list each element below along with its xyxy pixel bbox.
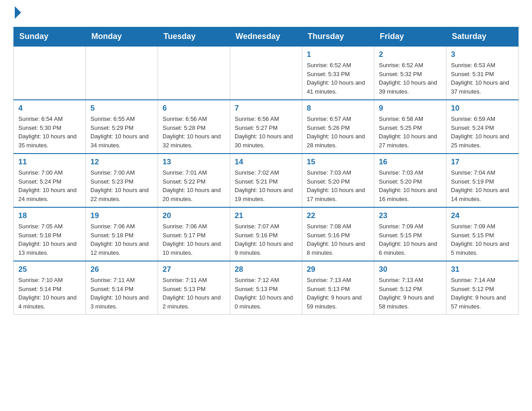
calendar-cell: 20Sunrise: 7:06 AM Sunset: 5:17 PM Dayli… (158, 207, 230, 261)
day-number: 4 (18, 104, 81, 113)
weekday-header-thursday: Thursday (302, 27, 374, 47)
calendar-cell: 17Sunrise: 7:04 AM Sunset: 5:19 PM Dayli… (446, 154, 519, 207)
calendar-week-row: 4Sunrise: 6:54 AM Sunset: 5:30 PM Daylig… (14, 100, 519, 154)
day-info: Sunrise: 7:03 AM Sunset: 5:20 PM Dayligh… (307, 168, 369, 203)
logo-arrow-icon (15, 6, 21, 19)
calendar-cell: 9Sunrise: 6:58 AM Sunset: 5:25 PM Daylig… (374, 100, 446, 154)
calendar-cell: 6Sunrise: 6:56 AM Sunset: 5:28 PM Daylig… (158, 100, 230, 154)
calendar-cell: 25Sunrise: 7:10 AM Sunset: 5:14 PM Dayli… (14, 261, 86, 315)
calendar-cell: 29Sunrise: 7:13 AM Sunset: 5:13 PM Dayli… (302, 261, 374, 315)
calendar-cell: 2Sunrise: 6:52 AM Sunset: 5:32 PM Daylig… (374, 46, 446, 100)
day-number: 9 (379, 104, 442, 113)
calendar-cell: 23Sunrise: 7:09 AM Sunset: 5:15 PM Dayli… (374, 207, 446, 261)
day-number: 2 (379, 50, 442, 59)
day-number: 19 (90, 211, 153, 220)
day-number: 28 (235, 265, 297, 274)
calendar-cell (230, 46, 302, 100)
day-number: 1 (307, 50, 369, 59)
day-number: 13 (163, 158, 225, 167)
day-number: 20 (163, 211, 225, 220)
day-info: Sunrise: 7:05 AM Sunset: 5:18 PM Dayligh… (18, 222, 81, 257)
day-info: Sunrise: 7:13 AM Sunset: 5:12 PM Dayligh… (379, 276, 442, 311)
day-number: 12 (90, 158, 153, 167)
calendar-table: SundayMondayTuesdayWednesdayThursdayFrid… (13, 27, 519, 315)
calendar-header: SundayMondayTuesdayWednesdayThursdayFrid… (14, 27, 519, 47)
day-number: 14 (235, 158, 297, 167)
calendar-cell: 18Sunrise: 7:05 AM Sunset: 5:18 PM Dayli… (14, 207, 86, 261)
day-info: Sunrise: 7:12 AM Sunset: 5:13 PM Dayligh… (235, 276, 297, 311)
day-info: Sunrise: 7:09 AM Sunset: 5:15 PM Dayligh… (379, 222, 442, 257)
day-info: Sunrise: 7:10 AM Sunset: 5:14 PM Dayligh… (18, 276, 81, 311)
day-number: 18 (18, 211, 81, 220)
calendar-cell: 10Sunrise: 6:59 AM Sunset: 5:24 PM Dayli… (446, 100, 519, 154)
weekday-header-saturday: Saturday (446, 27, 519, 47)
day-number: 3 (451, 50, 514, 59)
calendar-week-row: 11Sunrise: 7:00 AM Sunset: 5:24 PM Dayli… (14, 154, 519, 207)
calendar-week-row: 18Sunrise: 7:05 AM Sunset: 5:18 PM Dayli… (14, 207, 519, 261)
logo (13, 9, 21, 19)
day-number: 22 (307, 211, 369, 220)
calendar-week-row: 25Sunrise: 7:10 AM Sunset: 5:14 PM Dayli… (14, 261, 519, 315)
calendar-cell: 5Sunrise: 6:55 AM Sunset: 5:29 PM Daylig… (86, 100, 158, 154)
day-info: Sunrise: 6:57 AM Sunset: 5:26 PM Dayligh… (307, 115, 369, 150)
weekday-header-tuesday: Tuesday (158, 27, 230, 47)
calendar-cell (86, 46, 158, 100)
calendar-cell: 24Sunrise: 7:09 AM Sunset: 5:15 PM Dayli… (446, 207, 519, 261)
calendar-cell: 26Sunrise: 7:11 AM Sunset: 5:14 PM Dayli… (86, 261, 158, 315)
day-number: 30 (379, 265, 442, 274)
weekday-header-wednesday: Wednesday (230, 27, 302, 47)
calendar-cell: 28Sunrise: 7:12 AM Sunset: 5:13 PM Dayli… (230, 261, 302, 315)
calendar-cell: 13Sunrise: 7:01 AM Sunset: 5:22 PM Dayli… (158, 154, 230, 207)
day-info: Sunrise: 7:00 AM Sunset: 5:24 PM Dayligh… (18, 168, 81, 203)
day-number: 31 (451, 265, 514, 274)
day-info: Sunrise: 6:52 AM Sunset: 5:33 PM Dayligh… (307, 61, 369, 96)
calendar-cell: 12Sunrise: 7:00 AM Sunset: 5:23 PM Dayli… (86, 154, 158, 207)
day-number: 11 (18, 158, 81, 167)
calendar-body: 1Sunrise: 6:52 AM Sunset: 5:33 PM Daylig… (14, 46, 519, 315)
day-info: Sunrise: 7:13 AM Sunset: 5:13 PM Dayligh… (307, 276, 369, 311)
day-number: 29 (307, 265, 369, 274)
day-info: Sunrise: 7:08 AM Sunset: 5:16 PM Dayligh… (307, 222, 369, 257)
calendar-cell (158, 46, 230, 100)
calendar-cell: 22Sunrise: 7:08 AM Sunset: 5:16 PM Dayli… (302, 207, 374, 261)
day-info: Sunrise: 7:14 AM Sunset: 5:12 PM Dayligh… (451, 276, 514, 311)
day-number: 10 (451, 104, 514, 113)
calendar-week-row: 1Sunrise: 6:52 AM Sunset: 5:33 PM Daylig… (14, 46, 519, 100)
calendar-cell: 8Sunrise: 6:57 AM Sunset: 5:26 PM Daylig… (302, 100, 374, 154)
day-info: Sunrise: 7:11 AM Sunset: 5:14 PM Dayligh… (90, 276, 153, 311)
calendar-cell: 21Sunrise: 7:07 AM Sunset: 5:16 PM Dayli… (230, 207, 302, 261)
calendar-cell: 15Sunrise: 7:03 AM Sunset: 5:20 PM Dayli… (302, 154, 374, 207)
day-info: Sunrise: 7:04 AM Sunset: 5:19 PM Dayligh… (451, 168, 514, 203)
day-number: 25 (18, 265, 81, 274)
day-number: 5 (90, 104, 153, 113)
day-number: 16 (379, 158, 442, 167)
day-number: 17 (451, 158, 514, 167)
day-info: Sunrise: 7:06 AM Sunset: 5:17 PM Dayligh… (163, 222, 225, 257)
day-info: Sunrise: 7:00 AM Sunset: 5:23 PM Dayligh… (90, 168, 153, 203)
calendar-cell: 1Sunrise: 6:52 AM Sunset: 5:33 PM Daylig… (302, 46, 374, 100)
calendar-cell: 30Sunrise: 7:13 AM Sunset: 5:12 PM Dayli… (374, 261, 446, 315)
weekday-header-friday: Friday (374, 27, 446, 47)
day-info: Sunrise: 7:01 AM Sunset: 5:22 PM Dayligh… (163, 168, 225, 203)
day-info: Sunrise: 6:58 AM Sunset: 5:25 PM Dayligh… (379, 115, 442, 150)
weekday-header-monday: Monday (86, 27, 158, 47)
day-number: 6 (163, 104, 225, 113)
calendar-cell (14, 46, 86, 100)
day-info: Sunrise: 6:59 AM Sunset: 5:24 PM Dayligh… (451, 115, 514, 150)
day-info: Sunrise: 7:02 AM Sunset: 5:21 PM Dayligh… (235, 168, 297, 203)
header (13, 9, 519, 19)
day-info: Sunrise: 6:54 AM Sunset: 5:30 PM Dayligh… (18, 115, 81, 150)
weekday-header-row: SundayMondayTuesdayWednesdayThursdayFrid… (14, 27, 519, 47)
calendar-cell: 7Sunrise: 6:56 AM Sunset: 5:27 PM Daylig… (230, 100, 302, 154)
calendar-cell: 14Sunrise: 7:02 AM Sunset: 5:21 PM Dayli… (230, 154, 302, 207)
day-number: 26 (90, 265, 153, 274)
day-info: Sunrise: 7:09 AM Sunset: 5:15 PM Dayligh… (451, 222, 514, 257)
calendar-cell: 27Sunrise: 7:11 AM Sunset: 5:13 PM Dayli… (158, 261, 230, 315)
day-info: Sunrise: 6:56 AM Sunset: 5:27 PM Dayligh… (235, 115, 297, 150)
day-number: 23 (379, 211, 442, 220)
weekday-header-sunday: Sunday (14, 27, 86, 47)
calendar-cell: 3Sunrise: 6:53 AM Sunset: 5:31 PM Daylig… (446, 46, 519, 100)
calendar-cell: 19Sunrise: 7:06 AM Sunset: 5:18 PM Dayli… (86, 207, 158, 261)
calendar-cell: 11Sunrise: 7:00 AM Sunset: 5:24 PM Dayli… (14, 154, 86, 207)
day-info: Sunrise: 7:07 AM Sunset: 5:16 PM Dayligh… (235, 222, 297, 257)
